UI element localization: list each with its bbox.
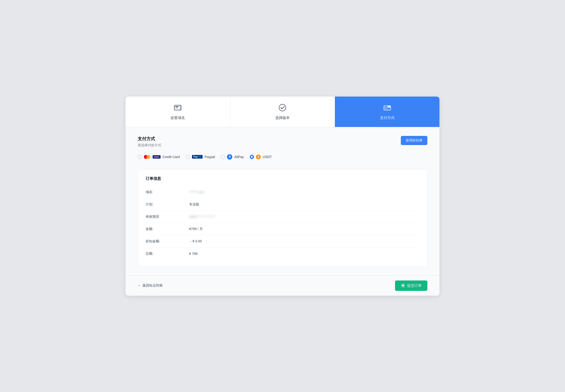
step-choose-version[interactable]: 选择版本 [230,97,335,127]
order-row-domain: 域名: ******.com [146,186,419,198]
step-version-label: 选择版本 [275,116,290,120]
svg-rect-1 [175,106,179,107]
section-title-group: 支付方式 请选择付款方式 [138,136,161,147]
main-container: 设置域名 选择版本 支付方式 [126,97,439,296]
order-key-plan: 计划: [146,202,189,207]
radio-usdt[interactable] [250,155,254,159]
order-key-domain: 域名: [146,190,189,194]
alipay-label: AliPay [234,155,244,159]
order-title: 订单信息 [146,176,419,181]
paypal-badge: PayPal [192,155,203,159]
back-arrow-icon: ← [138,284,141,287]
order-row-discount: 折扣金额: －¥ 0.00 [146,235,419,248]
domain-icon [173,103,182,113]
section-header: 支付方式 请选择付款方式 使用折扣券 [138,136,427,147]
paypal-label: Paypal [205,155,215,159]
credit-card-label: Credit Card [162,155,180,159]
step-domain-label: 设置域名 [170,116,185,120]
radio-alipay[interactable] [221,155,225,159]
version-icon [278,103,287,113]
coupon-button[interactable]: 使用折扣券 [401,136,427,145]
payment-options: / VISA Credit Card PayPal Paypal 支 AliPa… [138,154,427,160]
order-value-total: ¥ 799 [189,252,198,256]
svg-rect-2 [175,108,178,108]
order-value-plan: 专业版 [189,202,199,207]
submit-label: 提交订单 [407,283,422,288]
step-payment[interactable]: 支付方式 [335,97,439,127]
section-subtitle: 请选择付款方式 [138,143,161,147]
svg-rect-3 [180,105,181,110]
back-label: 返回站点列表 [142,283,163,288]
section-title: 支付方式 [138,136,161,142]
order-row-amount: 金额: ¥799 / 月 [146,223,419,235]
footer: ← 返回站点列表 💬 提交订单 [126,275,439,296]
order-row-plan: 计划: 专业版 [146,198,419,211]
step-set-domain[interactable]: 设置域名 [126,97,230,127]
bitcoin-icon: ₿ [256,154,261,159]
step-payment-label: 支付方式 [380,116,395,120]
payment-icon-step [383,103,392,113]
radio-credit-card[interactable] [138,155,142,159]
order-row-total: 总额: ¥ 799 [146,248,419,260]
wechat-submit-icon: 💬 [401,283,405,288]
svg-point-10 [387,106,389,108]
order-row-expiry: 有效期至: 2025-**-** **:**:** [146,211,419,223]
separator: / [151,155,152,159]
order-section: 订单信息 域名: ******.com 计划: 专业版 有效期至: 2025-*… [138,169,427,267]
radio-paypal[interactable] [186,155,190,159]
order-key-amount: 金额: [146,227,189,231]
payment-option-usdt[interactable]: ₿ USDT [250,154,272,159]
order-key-total: 总额: [146,252,189,256]
card-icons: / VISA [144,155,161,159]
payment-option-alipay[interactable]: 支 AliPay [221,154,244,160]
order-value-domain: ******.com [189,190,204,194]
main-content: 支付方式 请选择付款方式 使用折扣券 / VISA Credit Card [126,127,439,275]
mastercard-icon [144,155,150,159]
submit-button[interactable]: 💬 提交订单 [395,280,427,291]
order-key-discount: 折扣金额: [146,239,189,244]
svg-rect-8 [387,109,388,109]
alipay-icon: 支 [227,154,232,160]
usdt-label: USDT [263,155,272,159]
order-value-expiry: 2025-**-** **:**:** [189,215,215,219]
svg-rect-7 [385,109,386,109]
payment-option-paypal[interactable]: PayPal Paypal [186,155,215,159]
order-key-expiry: 有效期至: [146,215,189,219]
svg-point-4 [279,104,286,111]
payment-option-credit-card[interactable]: / VISA Credit Card [138,155,180,159]
steps-header: 设置域名 选择版本 支付方式 [126,97,439,127]
order-value-amount: ¥799 / 月 [189,227,203,231]
visa-badge: VISA [153,155,161,159]
order-value-discount: －¥ 0.00 [189,239,202,244]
back-link[interactable]: ← 返回站点列表 [138,283,163,288]
